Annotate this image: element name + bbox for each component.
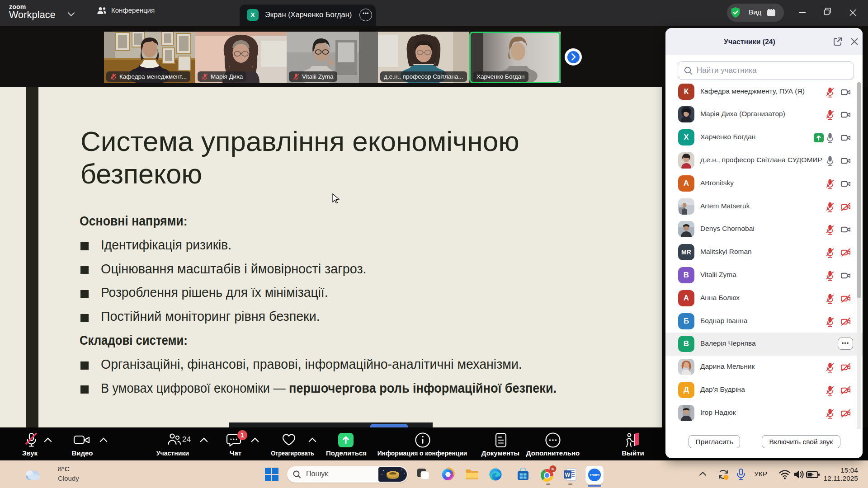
svg-text:W: W (565, 472, 571, 478)
svg-text:K: K (552, 467, 555, 471)
